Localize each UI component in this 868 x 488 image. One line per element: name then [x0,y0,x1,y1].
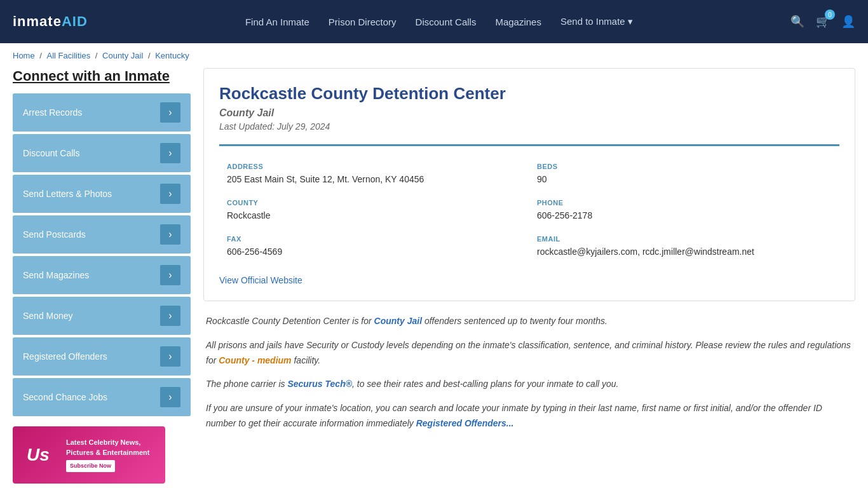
breadcrumb-kentucky[interactable]: Kentucky [155,51,189,60]
sidebar-item-send-letters[interactable]: Send Letters & Photos › [13,175,191,213]
facility-last-updated: Last Updated: July 29, 2024 [219,121,839,132]
chevron-right-icon: › [160,346,180,367]
logo[interactable]: inmateAID [13,13,88,30]
beds-value: 90 [537,173,832,186]
header-icons: 🔍 🛒 0 👤 [790,15,855,29]
advertisement-banner[interactable]: Us Latest Celebrity News, Pictures & Ent… [13,426,165,484]
sidebar-item-second-chance-jobs[interactable]: Second Chance Jobs › [13,378,191,416]
main-nav: Find An Inmate Prison Directory Discount… [88,16,790,27]
address-cell: ADDRESS 205 East Main St, Suite 12, Mt. … [219,156,529,193]
beds-label: BEDS [537,163,832,170]
county-medium-link[interactable]: County - medium [219,355,291,365]
sidebar-item-label: Send Magazines [23,270,89,280]
cart-badge: 0 [825,10,835,20]
breadcrumb-all-facilities[interactable]: All Facilities [47,51,91,60]
sidebar-item-discount-calls[interactable]: Discount Calls › [13,134,191,172]
facility-card: Rockcastle County Detention Center Count… [203,68,855,301]
view-official-website-link[interactable]: View Official Website [219,275,302,285]
sidebar-item-label: Registered Offenders [23,351,107,362]
nav-magazines[interactable]: Magazines [495,17,541,27]
sidebar-item-label: Send Postcards [23,229,86,240]
description-para2: All prisons and jails have Security or C… [206,338,853,369]
ad-subscribe-button[interactable]: Subscribe Now [66,460,115,472]
chevron-right-icon: › [160,265,180,285]
email-value: rockcastle@kyjailers.com, rcdc.jmiller@w… [537,245,832,259]
chevron-right-icon: › [160,306,180,326]
sidebar-item-send-magazines[interactable]: Send Magazines › [13,256,191,294]
description-para1: Rockcastle County Detention Center is fo… [206,314,853,329]
phone-label: PHONE [537,199,832,207]
nav-send-to-inmate[interactable]: Send to Inmate ▾ [560,16,633,27]
email-label: EMAIL [537,235,832,243]
description-para3: The phone carrier is Securus Tech®, to s… [206,377,853,392]
sidebar-title: Connect with an Inmate [13,68,191,85]
county-value: Rockcastle [227,209,522,222]
search-icon[interactable]: 🔍 [790,15,804,29]
address-value: 205 East Main St, Suite 12, Mt. Vernon, … [227,173,522,186]
beds-cell: BEDS 90 [529,156,839,193]
chevron-right-icon: › [160,184,180,204]
facility-type: County Jail [219,107,839,119]
sidebar-item-label: Arrest Records [23,107,82,118]
nav-prison-directory[interactable]: Prison Directory [329,17,397,27]
sidebar-item-label: Send Letters & Photos [23,189,112,199]
chevron-right-icon: › [160,224,180,245]
email-cell: EMAIL rockcastle@kyjailers.com, rcdc.jmi… [529,229,839,265]
county-cell: COUNTY Rockcastle [219,193,529,229]
county-jail-link[interactable]: County Jail [374,316,422,326]
facility-description: Rockcastle County Detention Center is fo… [203,314,855,431]
sidebar-item-label: Second Chance Jobs [23,392,107,402]
phone-value: 606-256-2178 [537,209,832,222]
logo-text: inmateAID [13,13,88,30]
sidebar-item-registered-offenders[interactable]: Registered Offenders › [13,337,191,376]
chevron-right-icon: › [160,387,180,407]
content-area: Rockcastle County Detention Center Count… [203,68,855,484]
site-header: inmateAID Find An Inmate Prison Director… [0,0,868,43]
ad-text: Latest Celebrity News, Pictures & Entert… [62,438,159,471]
ad-logo: Us [19,445,57,465]
facility-details: ADDRESS 205 East Main St, Suite 12, Mt. … [219,144,839,265]
facility-name: Rockcastle County Detention Center [219,84,839,104]
phone-cell: PHONE 606-256-2178 [529,193,839,229]
fax-cell: FAX 606-256-4569 [219,229,529,265]
fax-value: 606-256-4569 [227,245,522,259]
nav-discount-calls[interactable]: Discount Calls [416,17,477,27]
sidebar-item-label: Discount Calls [23,148,79,158]
sidebar-menu: Arrest Records › Discount Calls › Send L… [13,93,191,416]
breadcrumb-home[interactable]: Home [13,51,35,60]
user-icon[interactable]: 👤 [841,15,855,29]
breadcrumb: Home / All Facilities / County Jail / Ke… [0,43,868,68]
breadcrumb-county-jail[interactable]: County Jail [102,51,143,60]
cart-icon[interactable]: 🛒 0 [816,15,830,29]
description-para4: If you are unsure of your inmate's locat… [206,401,853,431]
sidebar: Connect with an Inmate Arrest Records › … [13,68,191,484]
sidebar-item-send-postcards[interactable]: Send Postcards › [13,215,191,254]
chevron-right-icon: › [160,102,180,123]
sidebar-item-arrest-records[interactable]: Arrest Records › [13,93,191,132]
sidebar-item-send-money[interactable]: Send Money › [13,297,191,335]
chevron-right-icon: › [160,143,180,163]
securus-tech-link[interactable]: Securus Tech® [287,379,352,389]
county-label: COUNTY [227,199,522,207]
address-label: ADDRESS [227,163,522,170]
main-layout: Connect with an Inmate Arrest Records › … [0,68,868,488]
sidebar-item-label: Send Money [23,311,73,321]
registered-offenders-link[interactable]: Registered Offenders... [416,418,514,428]
fax-label: FAX [227,235,522,243]
nav-find-inmate[interactable]: Find An Inmate [245,17,309,27]
